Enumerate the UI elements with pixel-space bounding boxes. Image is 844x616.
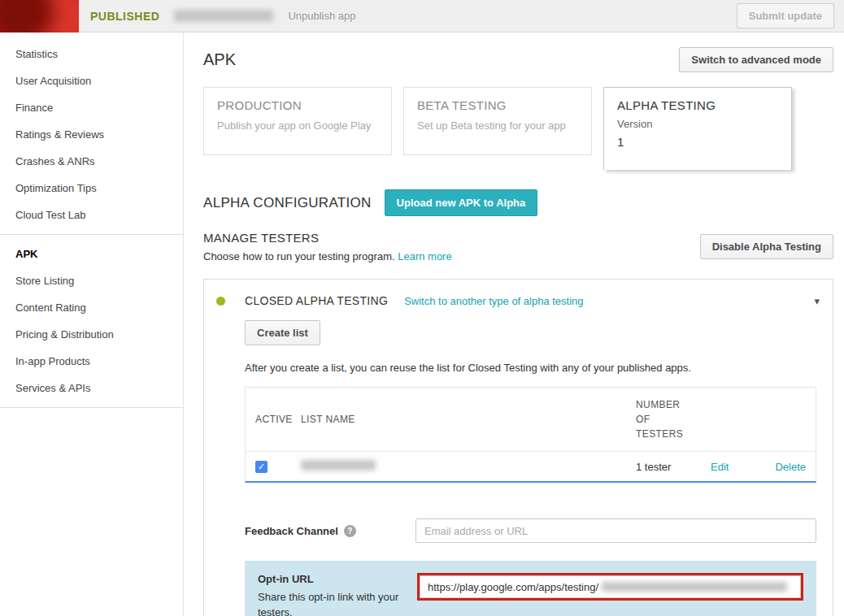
tab-alpha-testing[interactable]: ALPHA TESTING Version 1 bbox=[603, 87, 792, 170]
active-checkbox[interactable]: ✓ bbox=[255, 461, 268, 473]
opt-in-url-redacted bbox=[602, 582, 787, 592]
opt-in-url-highlight: https://play.google.com/apps/testing/ bbox=[417, 573, 803, 601]
sidebar-item-services-apis[interactable]: Services & APIs bbox=[0, 375, 183, 401]
col-header-active: ACTIVE bbox=[255, 414, 301, 425]
sidebar-item-store-listing[interactable]: Store Listing bbox=[0, 267, 183, 294]
sidebar-item-optimization-tips[interactable]: Optimization Tips bbox=[0, 175, 183, 202]
sidebar-item-finance[interactable]: Finance bbox=[0, 94, 183, 121]
opt-in-url-input[interactable]: https://play.google.com/apps/testing/ bbox=[420, 575, 801, 598]
sidebar-item-crashes-anrs[interactable]: Crashes & ANRs bbox=[0, 148, 183, 175]
feedback-channel-input[interactable] bbox=[415, 518, 816, 543]
learn-more-link[interactable]: Learn more bbox=[398, 250, 451, 262]
switch-advanced-mode-button[interactable]: Switch to advanced mode bbox=[679, 47, 833, 72]
sidebar-item-cloud-test-lab[interactable]: Cloud Test Lab bbox=[0, 202, 183, 228]
create-list-button[interactable]: Create list bbox=[245, 320, 320, 345]
publish-status: PUBLISHED bbox=[90, 10, 159, 23]
status-dot bbox=[216, 297, 225, 306]
tab-beta-testing[interactable]: BETA TESTING Set up Beta testing for you… bbox=[403, 87, 592, 155]
feedback-channel-label: Feedback Channel bbox=[245, 525, 338, 537]
closed-alpha-panel: CLOSED ALPHA TESTING Switch to another t… bbox=[203, 279, 833, 616]
play-console-window: PUBLISHED Unpublish app Submit update St… bbox=[0, 0, 844, 616]
alpha-configuration-title: ALPHA CONFIGURATION bbox=[203, 195, 372, 211]
app-name-redacted bbox=[174, 10, 273, 22]
opt-in-url-label: Opt-in URL bbox=[258, 573, 417, 585]
help-icon[interactable]: ? bbox=[344, 525, 356, 537]
opt-in-url-value: https://play.google.com/apps/testing/ bbox=[428, 581, 598, 593]
reuse-list-note: After you create a list, you can reuse t… bbox=[245, 362, 816, 374]
manage-testers-desc: Choose how to run your testing program. … bbox=[203, 250, 452, 262]
sidebar-item-user-acquisition[interactable]: User Acquisition bbox=[0, 67, 183, 94]
main-content: APK Switch to advanced mode PRODUCTION P… bbox=[184, 33, 844, 616]
sidebar-item-statistics[interactable]: Statistics bbox=[0, 41, 183, 67]
release-tabs: PRODUCTION Publish your app on Google Pl… bbox=[203, 87, 833, 170]
disable-alpha-testing-button[interactable]: Disable Alpha Testing bbox=[700, 234, 833, 259]
app-icon-redacted bbox=[0, 0, 79, 33]
opt-in-url-section: Opt-in URL Share this opt-in link with y… bbox=[245, 561, 816, 616]
chevron-down-icon[interactable]: ▾ bbox=[814, 295, 820, 307]
sidebar-item-pricing-distribution[interactable]: Pricing & Distribution bbox=[0, 321, 183, 348]
switch-alpha-type-link[interactable]: Switch to another type of alpha testing bbox=[404, 295, 583, 307]
list-name-redacted bbox=[301, 460, 376, 471]
table-header-row: ACTIVE LIST NAME NUMBER OF TESTERS bbox=[246, 388, 816, 452]
alpha-version-number: 1 bbox=[617, 135, 778, 149]
unpublish-app-link[interactable]: Unpublish app bbox=[288, 10, 355, 22]
sidebar-divider bbox=[0, 234, 183, 235]
sidebar-divider bbox=[0, 407, 183, 408]
sidebar-item-ratings-reviews[interactable]: Ratings & Reviews bbox=[0, 121, 183, 148]
sidebar-item-in-app-products[interactable]: In-app Products bbox=[0, 348, 183, 375]
testers-list-table: ACTIVE LIST NAME NUMBER OF TESTERS ✓ 1 t… bbox=[245, 387, 816, 483]
submit-update-button[interactable]: Submit update bbox=[737, 3, 834, 28]
top-bar: PUBLISHED Unpublish app Submit update bbox=[0, 0, 844, 33]
closed-alpha-title: CLOSED ALPHA TESTING bbox=[245, 294, 388, 307]
col-header-number-of-testers: NUMBER OF TESTERS bbox=[636, 397, 693, 441]
page-title: APK bbox=[203, 50, 236, 69]
sidebar: Statistics User Acquisition Finance Rati… bbox=[0, 33, 184, 616]
tab-production[interactable]: PRODUCTION Publish your app on Google Pl… bbox=[203, 87, 392, 155]
col-header-list-name: LIST NAME bbox=[301, 414, 636, 425]
testers-count: 1 tester bbox=[636, 461, 711, 473]
upload-apk-alpha-button[interactable]: Upload new APK to Alpha bbox=[385, 189, 538, 216]
table-row: ✓ 1 tester Edit Delete bbox=[246, 452, 816, 481]
delete-link[interactable]: Delete bbox=[775, 461, 806, 473]
edit-link[interactable]: Edit bbox=[711, 461, 729, 473]
sidebar-item-content-rating[interactable]: Content Rating bbox=[0, 294, 183, 321]
manage-testers-title: MANAGE TESTERS bbox=[203, 231, 452, 245]
sidebar-item-apk[interactable]: APK bbox=[0, 241, 183, 267]
opt-in-url-desc: Share this opt-in link with your testers… bbox=[258, 590, 404, 616]
